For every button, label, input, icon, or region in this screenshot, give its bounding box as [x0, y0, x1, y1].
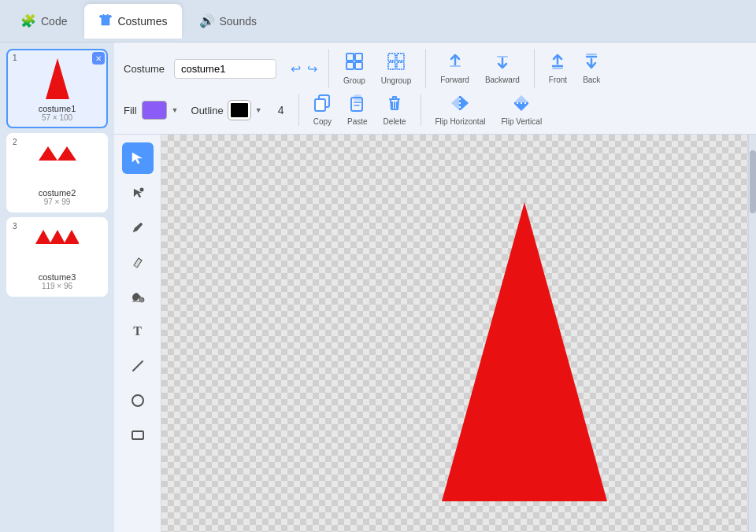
costume-item-3[interactable]: 3 costume3 119 × 96	[6, 217, 108, 297]
costume-size-2: 97 × 99	[13, 198, 102, 206]
svg-rect-17	[354, 95, 361, 100]
back-icon	[583, 53, 600, 74]
svg-marker-0	[46, 58, 69, 99]
svg-marker-1	[39, 146, 57, 161]
svg-rect-13	[397, 62, 404, 69]
svg-point-24	[139, 188, 143, 192]
sounds-icon: 🔊	[199, 13, 215, 28]
front-button[interactable]: Front	[544, 51, 572, 86]
costume-sidebar: 1 ✕ costume1 57 × 100 2 costume2 97 × 99	[0, 42, 114, 532]
svg-marker-22	[514, 95, 528, 102]
costume-number-2: 2	[13, 138, 17, 146]
svg-rect-15	[315, 99, 325, 111]
backward-button[interactable]: Backward	[480, 51, 524, 86]
backward-icon	[494, 53, 511, 74]
back-button[interactable]: Back	[578, 51, 605, 86]
flip-horizontal-button[interactable]: Flip Horizontal	[431, 93, 491, 127]
svg-rect-9	[355, 62, 362, 69]
toolbar-divider-4	[298, 94, 299, 126]
costume-number-3: 3	[13, 222, 17, 231]
svg-marker-20	[451, 96, 459, 110]
canvas-area: T	[114, 135, 756, 532]
costume-name-input[interactable]	[174, 59, 276, 79]
select-tool[interactable]	[122, 142, 154, 174]
group-icon	[345, 52, 364, 75]
eraser-tool[interactable]	[122, 246, 154, 278]
svg-rect-10	[388, 54, 395, 61]
costumes-icon	[98, 13, 113, 29]
svg-rect-12	[388, 62, 395, 69]
tab-code[interactable]: 🧩 Code	[6, 4, 81, 39]
forward-icon	[447, 53, 464, 74]
rect-tool[interactable]	[122, 419, 154, 451]
flip-vertical-button[interactable]: Flip Vertical	[496, 93, 547, 127]
costume-preview-2	[13, 139, 102, 187]
paste-button[interactable]: Paste	[343, 93, 372, 127]
costume-label-2: costume2	[13, 188, 102, 198]
svg-marker-21	[461, 96, 469, 110]
costume-size-3: 119 × 96	[13, 282, 102, 290]
group-button[interactable]: Group	[339, 50, 370, 87]
tab-costumes[interactable]: Costumes	[84, 4, 181, 39]
toolbar: Costume ↩ ↪	[114, 42, 756, 135]
toolbar-divider-2	[425, 49, 426, 88]
copy-button[interactable]: Copy	[309, 93, 336, 127]
fill-label: Fill	[124, 105, 137, 116]
toolbar-row2: Fill ▼ Outline ▼ 4	[124, 93, 747, 127]
paste-icon	[349, 94, 366, 116]
copy-icon	[313, 94, 331, 116]
svg-marker-23	[514, 104, 528, 111]
reshape-tool[interactable]	[122, 177, 154, 209]
svg-marker-4	[50, 230, 65, 244]
fill-color-swatch[interactable]	[142, 101, 167, 120]
costume-label-3: costume3	[13, 272, 102, 282]
ungroup-icon	[387, 52, 406, 75]
code-icon: 🧩	[20, 13, 36, 28]
drawing-canvas[interactable]	[161, 135, 748, 532]
svg-rect-29	[132, 431, 143, 439]
undo-button[interactable]: ↩	[289, 60, 302, 78]
ellipse-tool[interactable]	[122, 385, 154, 416]
flip-horizontal-icon	[450, 94, 469, 116]
svg-rect-7	[355, 54, 362, 61]
toolbar-divider-1	[328, 49, 329, 88]
costume-size-1: 57 × 100	[13, 113, 102, 122]
pencil-tool[interactable]	[122, 212, 154, 243]
toolbar-divider-5	[421, 94, 421, 126]
fill-tool[interactable]	[122, 281, 154, 312]
svg-rect-11	[397, 54, 404, 61]
svg-marker-30	[442, 202, 607, 501]
outline-dropdown-arrow[interactable]: ▼	[255, 106, 262, 114]
forward-button[interactable]: Forward	[435, 51, 474, 86]
ungroup-button[interactable]: Ungroup	[376, 50, 416, 87]
redo-button[interactable]: ↪	[306, 60, 319, 78]
svg-marker-2	[57, 146, 76, 161]
main-layout: 1 ✕ costume1 57 × 100 2 costume2 97 × 99	[0, 42, 756, 532]
line-tool[interactable]	[122, 350, 154, 382]
tab-sounds[interactable]: 🔊 Sounds	[185, 4, 271, 39]
costume-item-2[interactable]: 2 costume2 97 × 99	[6, 133, 108, 212]
svg-marker-3	[35, 230, 51, 244]
delete-icon	[386, 94, 403, 116]
undo-redo-group: ↩ ↪	[289, 60, 319, 78]
fill-dropdown-arrow[interactable]: ▼	[172, 106, 179, 114]
fill-section: Fill ▼	[124, 101, 179, 120]
svg-marker-5	[64, 230, 79, 244]
flip-vertical-icon	[513, 94, 530, 116]
canvas-scrollbar[interactable]	[748, 135, 756, 532]
costume-label-1: costume1	[13, 104, 102, 113]
delete-button[interactable]: Delete	[379, 93, 411, 127]
outline-size-value: 4	[273, 104, 289, 116]
scrollbar-thumb[interactable]	[750, 150, 756, 213]
outline-section: Outline ▼ 4	[185, 101, 289, 120]
front-icon	[549, 53, 566, 74]
svg-rect-8	[346, 62, 354, 69]
tab-bar: 🧩 Code Costumes 🔊 Sounds	[0, 0, 756, 42]
costume-number-1: 1	[13, 54, 17, 62]
right-panel: Costume ↩ ↪	[114, 42, 756, 532]
outline-color-swatch[interactable]	[228, 101, 250, 120]
costume-item-1[interactable]: 1 ✕ costume1 57 × 100	[6, 49, 108, 128]
costume-delete-btn-1[interactable]: ✕	[92, 52, 105, 65]
toolbar-divider-3	[534, 49, 535, 88]
text-tool[interactable]: T	[122, 316, 154, 347]
